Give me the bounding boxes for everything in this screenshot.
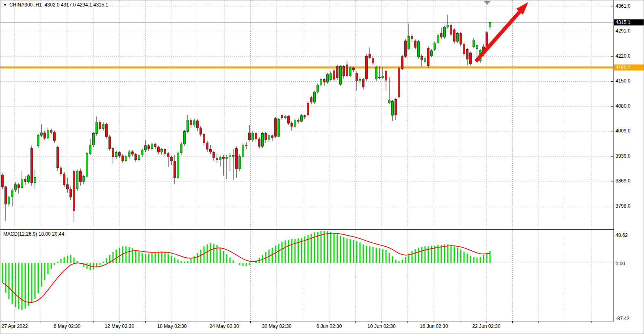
panel-separator-bottom[interactable] — [0, 229, 614, 230]
candle-body — [268, 136, 270, 140]
candle-body — [148, 146, 150, 149]
candle-body — [193, 121, 195, 125]
date-axis-tick-label: 6 May 02:30 — [54, 323, 80, 329]
price-axis-tick-label: 3869.0 — [616, 178, 631, 184]
price-axis-tick-label: 3798.0 — [616, 203, 631, 209]
candle-body — [447, 25, 449, 27]
candle-body — [440, 34, 442, 37]
candle-body — [2, 175, 4, 187]
candle-body — [327, 74, 329, 82]
candle-body — [395, 99, 397, 115]
price-axis-tick-label: 4291.0 — [616, 28, 631, 34]
macd-axis-tick-label: 48.62 — [616, 232, 628, 238]
candle-body — [125, 156, 127, 161]
candle-body — [310, 98, 312, 102]
candle-body — [382, 76, 384, 78]
candle-body — [466, 49, 468, 59]
candle-body — [353, 68, 355, 70]
candle-body — [265, 134, 267, 140]
candle-body — [411, 37, 413, 39]
candle-body — [304, 116, 306, 117]
price-axis-border — [614, 0, 614, 321]
candle-body — [80, 171, 82, 182]
candle-body — [372, 58, 374, 63]
candle-body — [54, 132, 56, 141]
candle-body — [457, 34, 459, 41]
candle-body — [50, 130, 52, 132]
candle-body — [408, 37, 410, 49]
chart-window: ▼CHINA300-,H1 4302.0 4317.0 4294.1 4315.… — [0, 0, 644, 334]
candle-body — [18, 184, 20, 187]
price-axis-tick-label: 4361.0 — [616, 3, 631, 9]
scroll-marker-icon[interactable] — [484, 1, 490, 5]
candle-body — [271, 136, 273, 138]
candle-body — [119, 152, 121, 156]
candle-body — [93, 134, 95, 145]
candle-body — [167, 154, 169, 157]
candle-body — [229, 155, 231, 157]
candle-body — [385, 72, 387, 80]
candle-body — [346, 65, 348, 76]
candle-body — [145, 146, 147, 150]
price-axis-tick-label: 4009.0 — [616, 128, 631, 134]
candle-body — [255, 133, 257, 139]
candle-body — [444, 27, 446, 37]
candle-body — [226, 157, 228, 159]
candle-body — [343, 67, 345, 76]
candle-body — [239, 156, 241, 169]
candle-body — [320, 79, 322, 85]
candle-body — [47, 130, 49, 138]
candle-body — [424, 58, 426, 62]
candle-body — [473, 40, 475, 47]
candle-body — [437, 35, 439, 43]
candle-body — [44, 133, 46, 138]
candle-body — [210, 149, 212, 152]
candle-body — [180, 144, 182, 153]
candle-body — [450, 25, 452, 35]
date-axis-tick-label: 10 Jun 02:30 — [367, 323, 395, 329]
hline-price-tag: 4190.2 — [614, 65, 644, 71]
candle-body — [83, 176, 85, 182]
candle-body — [291, 123, 293, 126]
date-axis-tick-label: 6 Jun 02:30 — [317, 323, 342, 329]
trend-arrow-shaft[interactable] — [476, 12, 520, 61]
candle-body — [284, 116, 286, 118]
price-axis-tick-label: 4220.0 — [616, 53, 631, 59]
date-axis-tick-label: 18 May 02:30 — [157, 323, 187, 329]
candle-body — [115, 152, 117, 157]
candle-body — [453, 30, 455, 41]
date-axis-tick-label: 24 May 02:30 — [210, 323, 239, 329]
candle-body — [489, 22, 491, 27]
candle-body — [70, 189, 72, 197]
candle-body — [34, 178, 36, 183]
candle-body — [245, 145, 247, 146]
candle-body — [141, 150, 143, 155]
candle-body — [249, 133, 251, 140]
candle-body — [288, 116, 290, 124]
macd-axis-tick-label: -87.42 — [616, 316, 629, 321]
price-axis-tick-label: 3939.0 — [616, 153, 631, 159]
candle-body — [187, 120, 189, 131]
candle-body — [366, 56, 368, 79]
macd-indicator-label: MACD(12,26,9) 18.00 20.44 — [3, 231, 64, 237]
candle-body — [379, 77, 381, 78]
macd-signal-line — [2, 233, 490, 302]
candle-body — [122, 156, 124, 160]
candle-body — [28, 176, 30, 182]
macd-values: 18.00 20.44 — [39, 231, 64, 237]
symbol-period-label: CHINA300-,H1 — [9, 2, 42, 8]
candle-body — [203, 134, 205, 143]
candle-body — [418, 41, 420, 57]
candle-body — [11, 190, 13, 197]
candle-body — [177, 153, 179, 178]
candle-body — [154, 144, 156, 147]
panel-separator-top[interactable] — [0, 227, 614, 227]
chart-plot-area[interactable] — [0, 0, 644, 334]
candle-body — [427, 48, 429, 66]
date-axis-tick-label: 27 Apr 2022 — [2, 323, 28, 329]
chart-title: ▼CHINA300-,H1 4302.0 4317.0 4294.1 4315.… — [3, 2, 108, 8]
candle-body — [294, 120, 296, 126]
collapse-indicator-icon[interactable]: ▼ — [3, 3, 7, 7]
candle-body — [460, 34, 462, 44]
candle-body — [359, 79, 361, 81]
